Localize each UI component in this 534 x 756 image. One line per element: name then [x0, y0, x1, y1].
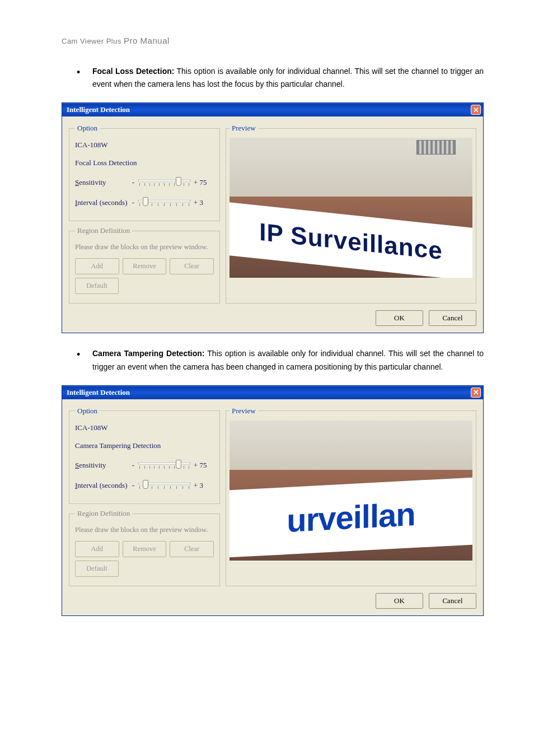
remove-button[interactable]: Remove — [123, 541, 167, 557]
preview-legend: Preview — [229, 122, 258, 134]
clear-button[interactable]: Clear — [170, 258, 214, 274]
product-name: Cam Viewer Plus — [62, 37, 121, 45]
preview-banner-text: urveillan — [229, 477, 472, 557]
option-panel: Option ICA-108W Camera Tampering Detecti… — [69, 405, 220, 504]
region-instruction: Please draw the blocks on the preview wi… — [75, 241, 214, 253]
interval-slider[interactable] — [138, 478, 190, 493]
default-button[interactable]: Default — [75, 278, 119, 294]
interval-value: + 3 — [194, 479, 214, 492]
interval-row: Interval (seconds) - + 3 — [75, 195, 214, 211]
bullet-list: Focal Loss Detection: This option is ava… — [62, 65, 484, 92]
preview-panel: Preview IP Surveillance — [226, 122, 476, 304]
tampering-bullet: Camera Tampering Detection: This option … — [92, 347, 484, 374]
option-legend: Option — [75, 122, 100, 134]
ok-button[interactable]: OK — [376, 593, 423, 609]
product-suffix: Pro Manual — [124, 36, 170, 45]
interval-slider[interactable] — [138, 195, 190, 211]
intelligent-detection-dialog-1: Intelligent Detection ✕ Option ICA-108W … — [62, 102, 484, 333]
option-legend: Option — [75, 405, 100, 417]
remove-button[interactable]: Remove — [123, 258, 167, 274]
ok-button[interactable]: OK — [376, 310, 423, 326]
titlebar: Intelligent Detection ✕ — [62, 386, 483, 399]
dialog-title: Intelligent Detection — [67, 386, 130, 399]
clear-button[interactable]: Clear — [170, 541, 214, 557]
close-icon[interactable]: ✕ — [471, 105, 481, 115]
dialog-title: Intelligent Detection — [67, 104, 130, 116]
focal-loss-bullet: Focal Loss Detection: This option is ava… — [92, 65, 484, 92]
preview-image[interactable]: urveillan — [229, 421, 472, 561]
tampering-heading: Camera Tampering Detection: — [92, 349, 204, 358]
focal-loss-heading: Focal Loss Detection: — [92, 67, 174, 76]
vent-icon — [416, 140, 456, 155]
camera-name: ICA-108W — [75, 139, 214, 151]
region-instruction: Please draw the blocks on the preview wi… — [75, 524, 214, 536]
region-panel: Region Definition Please draw the blocks… — [69, 507, 220, 586]
document-header: Cam Viewer Plus Pro Manual — [62, 34, 484, 48]
sensitivity-row: Sensitivity - + 75 — [75, 175, 214, 190]
camera-name: ICA-108W — [75, 422, 214, 434]
intelligent-detection-dialog-2: Intelligent Detection ✕ Option ICA-108W … — [62, 385, 484, 616]
add-button[interactable]: Add — [75, 541, 119, 557]
interval-value: + 3 — [194, 197, 214, 209]
default-button[interactable]: Default — [75, 561, 119, 577]
region-panel: Region Definition Please draw the blocks… — [69, 225, 220, 304]
cancel-button[interactable]: Cancel — [429, 593, 476, 609]
preview-panel: Preview urveillan — [226, 405, 476, 586]
sensitivity-slider[interactable] — [138, 175, 190, 190]
preview-image[interactable]: IP Surveillance — [229, 138, 472, 278]
interval-row: Interval (seconds) - + 3 — [75, 478, 214, 493]
sensitivity-value: + 75 — [194, 176, 214, 189]
sensitivity-row: Sensitivity - + 75 — [75, 458, 214, 473]
titlebar: Intelligent Detection ✕ — [62, 103, 483, 116]
option-panel: Option ICA-108W Focal Loss Detection Sen… — [69, 122, 220, 221]
sensitivity-value: + 75 — [194, 459, 214, 472]
region-legend: Region Definition — [75, 225, 132, 237]
detection-mode: Focal Loss Detection — [75, 157, 214, 169]
sensitivity-slider[interactable] — [138, 458, 190, 473]
add-button[interactable]: Add — [75, 258, 119, 274]
cancel-button[interactable]: Cancel — [429, 310, 476, 326]
close-icon[interactable]: ✕ — [471, 388, 481, 398]
region-legend: Region Definition — [75, 507, 132, 520]
detection-mode: Camera Tampering Detection — [75, 440, 214, 452]
preview-legend: Preview — [229, 405, 258, 417]
bullet-list-2: Camera Tampering Detection: This option … — [62, 347, 484, 374]
